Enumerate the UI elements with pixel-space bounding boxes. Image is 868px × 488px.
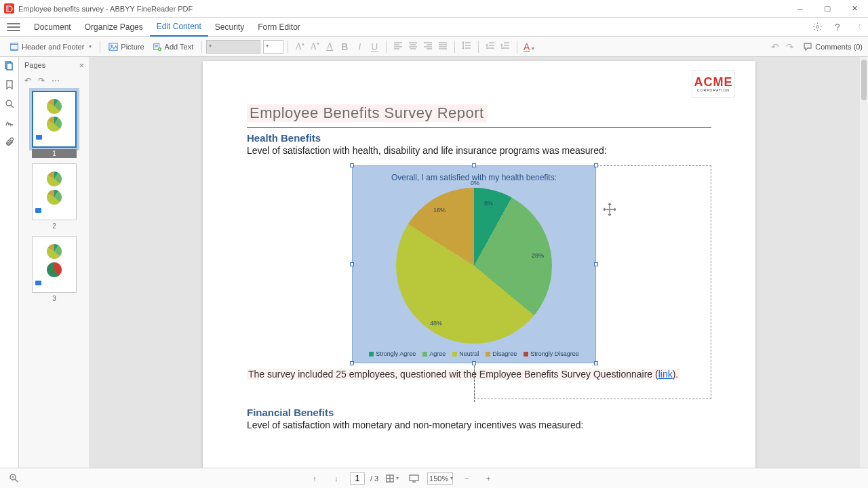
resize-handle[interactable] (350, 262, 354, 266)
hamburger-menu-icon[interactable] (7, 23, 20, 31)
font-color-icon[interactable]: A (322, 41, 337, 52)
zoom-level-selector[interactable]: 150% (427, 472, 453, 485)
resize-handle[interactable] (594, 262, 598, 266)
underline-icon[interactable]: U (367, 41, 382, 52)
page-title: Employee Benefits Survey Report (247, 104, 487, 122)
svg-line-45 (15, 479, 18, 482)
svg-point-0 (7, 7, 8, 7)
app-logo-icon (4, 3, 14, 14)
resize-handle[interactable] (472, 163, 476, 167)
left-tool-strip (0, 57, 19, 468)
zoom-in-icon[interactable]: + (481, 472, 495, 485)
help-icon[interactable]: ? (827, 18, 848, 37)
display-mode-icon[interactable] (407, 472, 420, 485)
collapse-ribbon-icon[interactable]: 〈 (848, 18, 868, 37)
indent-decrease-icon[interactable] (483, 41, 498, 52)
menu-form-editor[interactable]: Form Editor (251, 18, 307, 36)
company-logo: ACME CORPORATION (692, 70, 735, 98)
maximize-button[interactable]: ▢ (814, 0, 841, 18)
svg-point-3 (816, 26, 818, 28)
comments-button[interactable]: Comments (0) (803, 42, 863, 52)
resize-handle[interactable] (594, 361, 598, 365)
document-page: ACME CORPORATION Employee Benefits Surve… (203, 61, 755, 468)
align-justify-icon[interactable] (435, 41, 450, 52)
font-shrink-icon[interactable]: A▾ (307, 41, 322, 52)
bold-icon[interactable]: B (337, 41, 352, 52)
svg-point-42 (6, 100, 12, 106)
section-health-heading: Health Benefits (247, 132, 711, 144)
bookmarks-tab-icon[interactable] (3, 79, 16, 91)
align-center-icon[interactable] (406, 41, 420, 52)
page-thumbnail-2[interactable]: 2 (32, 163, 77, 230)
undo-icon[interactable]: ↶ (768, 41, 783, 52)
resize-handle[interactable] (350, 361, 354, 365)
svg-rect-41 (7, 63, 12, 70)
title-bar: Employee benefits survey - ABBYY FineRea… (0, 0, 868, 18)
zoom-out-icon[interactable]: − (460, 472, 473, 485)
align-left-icon[interactable] (391, 41, 406, 52)
document-viewport[interactable]: ACME CORPORATION Employee Benefits Surve… (90, 57, 868, 468)
pages-undo-icon[interactable]: ↶ (24, 76, 31, 85)
menu-security[interactable]: Security (208, 18, 251, 36)
font-grow-icon[interactable]: A▴ (292, 41, 307, 52)
status-bar: A ↑ ↓ / 3 150% − + (0, 468, 868, 488)
svg-point-2 (7, 9, 8, 10)
font-family-selector[interactable] (206, 40, 260, 54)
page-thumbnail-3[interactable]: 3 (32, 236, 77, 303)
attachments-tab-icon[interactable] (3, 136, 16, 148)
menu-bar: Document Organize Pages Edit Content Sec… (0, 18, 868, 37)
redo-icon[interactable]: ↷ (783, 41, 797, 52)
edit-toolbar: Header and Footer Picture Add Text A▴ A▾… (0, 37, 868, 57)
section-health-body: Level of satisfaction with health, disab… (247, 145, 711, 156)
menu-document[interactable]: Document (27, 18, 78, 36)
pages-panel: Pages × ↶ ↷ ⋯ 1 (19, 57, 90, 468)
align-right-icon[interactable] (420, 41, 435, 52)
next-page-icon[interactable]: ↓ (330, 472, 343, 485)
resize-handle[interactable] (350, 163, 354, 167)
search-tab-icon[interactable] (3, 98, 16, 110)
add-text-button[interactable]: Add Text (149, 39, 198, 55)
pie-chart: 0% 8% 28% 48% 16% (396, 188, 552, 344)
move-cursor-icon (603, 203, 616, 216)
resize-handle[interactable] (472, 361, 476, 365)
text-highlight-icon[interactable]: A (521, 41, 536, 52)
section-financial-heading: Financial Benefits (247, 407, 711, 418)
indent-increase-icon[interactable] (498, 41, 513, 52)
header-footer-button[interactable]: Header and Footer (5, 39, 96, 55)
chart-legend: Strongly Agree Agree Neutral Disagree St… (359, 350, 589, 357)
page-thumbnail-1[interactable]: 1 (32, 91, 77, 158)
settings-icon[interactable] (807, 18, 827, 37)
picture-button[interactable]: Picture (104, 39, 148, 55)
pages-panel-close-icon[interactable]: × (79, 60, 84, 70)
fit-mode-icon[interactable] (385, 472, 399, 485)
ocr-status-icon[interactable]: A (7, 472, 20, 485)
svg-line-43 (11, 105, 14, 108)
resize-handle[interactable] (594, 163, 598, 167)
page-total-label: / 3 (370, 474, 378, 483)
close-button[interactable]: ✕ (841, 0, 868, 18)
font-size-selector[interactable] (263, 40, 283, 54)
svg-rect-48 (410, 475, 418, 481)
pages-panel-title: Pages (24, 61, 45, 69)
menu-edit-content[interactable]: Edit Content (150, 18, 208, 37)
italic-icon[interactable]: I (352, 41, 367, 52)
section-financial-body: Level of satisfaction with monetary and … (247, 420, 711, 430)
pages-tab-icon[interactable] (3, 60, 16, 72)
minimize-button[interactable]: ─ (787, 0, 814, 18)
pages-redo-icon[interactable]: ↷ (38, 76, 45, 85)
line-spacing-icon[interactable] (459, 41, 474, 52)
page-number-input[interactable] (350, 472, 365, 485)
svg-point-8 (111, 45, 113, 46)
window-title: Employee benefits survey - ABBYY FineRea… (18, 5, 193, 13)
vertical-scrollbar[interactable] (860, 57, 868, 468)
prev-page-icon[interactable]: ↑ (308, 472, 321, 485)
pages-more-icon[interactable]: ⋯ (52, 76, 60, 85)
pie-chart-object[interactable]: Overall, I am satisfied with my health b… (352, 165, 596, 363)
svg-text:A: A (12, 475, 14, 479)
menu-organize-pages[interactable]: Organize Pages (78, 18, 150, 36)
signatures-tab-icon[interactable] (3, 117, 16, 129)
svg-point-1 (7, 8, 8, 9)
